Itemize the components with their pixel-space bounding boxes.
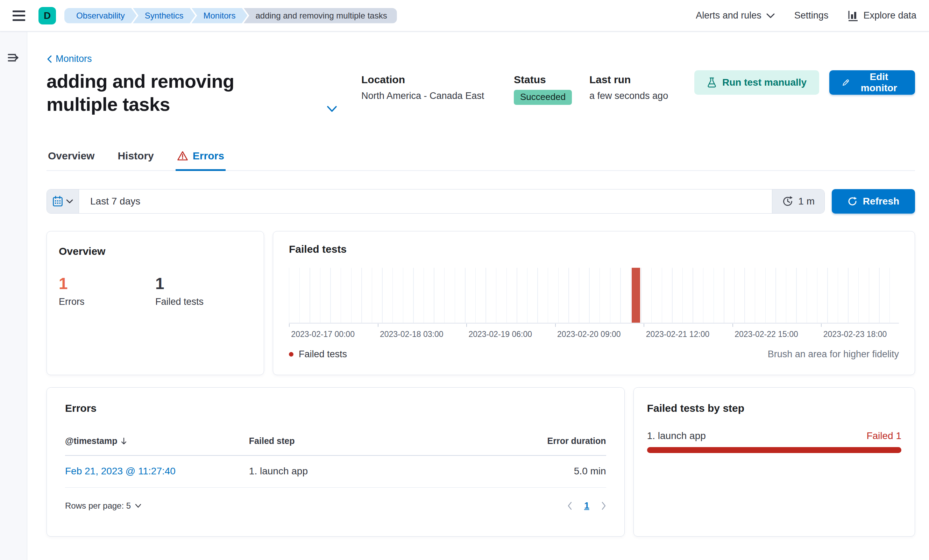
tab-overview[interactable]: Overview (46, 150, 96, 170)
refresh-icon (848, 196, 857, 206)
expand-sidebar-icon[interactable] (8, 53, 20, 63)
failed-tests-panel-title: Failed tests (289, 243, 899, 255)
x-axis-tick (289, 324, 290, 327)
chevron-left-icon (46, 55, 52, 63)
breadcrumb-monitors[interactable]: Monitors (191, 8, 247, 23)
monitor-tabs: Overview History Errors (46, 150, 915, 171)
deployment-logo[interactable]: D (38, 7, 56, 24)
table-pagination: Rows per page: 5 1 (65, 500, 606, 511)
column-header-failed-step[interactable]: Failed step (249, 436, 471, 446)
legend-dot-icon (289, 352, 293, 357)
tab-errors[interactable]: Errors (176, 150, 225, 170)
edit-monitor-button[interactable]: Edit monitor (829, 70, 915, 95)
time-toolbar: Last 7 days 1 m Refresh (46, 189, 915, 214)
error-duration: 5.0 min (471, 466, 606, 477)
back-to-monitors-link[interactable]: Monitors (46, 54, 92, 64)
status-label: Status (514, 74, 572, 86)
x-axis-tick-label: 2023-02-18 03:00 (380, 330, 443, 339)
last-run-value: a few seconds ago (589, 90, 668, 101)
settings-label: Settings (794, 10, 829, 21)
next-page-icon[interactable] (601, 502, 606, 510)
last-run-meta: Last run a few seconds ago (589, 74, 668, 101)
chevron-down-icon (135, 504, 141, 508)
x-axis: 2023-02-17 00:00 2023-02-18 03:00 2023-0… (289, 324, 899, 341)
bar-chart-icon (848, 10, 858, 21)
x-axis-tick-label: 2023-02-21 12:00 (646, 330, 710, 339)
breadcrumb-current-monitor: adding and removing multiple tasks (244, 8, 397, 23)
errors-stat-label: Errors (59, 297, 155, 307)
brush-hint-text: Brush an area for higher fidelity (768, 349, 899, 360)
legend-label: Failed tests (299, 349, 347, 360)
step-label: 1. launch app (647, 430, 706, 442)
failed-steps-panel-title: Failed tests by step (647, 402, 901, 414)
auto-refresh-interval[interactable]: 1 m (772, 190, 825, 213)
table-row: Feb 21, 2023 @ 11:27:40 1. launch app 5.… (65, 456, 606, 488)
x-axis-tick (466, 324, 467, 327)
explore-data-link[interactable]: Explore data (848, 10, 917, 21)
calendar-icon (52, 196, 63, 207)
x-axis-tick-label: 2023-02-22 15:00 (734, 330, 798, 339)
previous-page-icon[interactable] (567, 502, 572, 510)
failed-tests-chart[interactable] (289, 268, 899, 324)
breadcrumb-observability[interactable]: Observability (64, 8, 137, 23)
x-axis-tick-label: 2023-02-19 06:00 (468, 330, 532, 339)
warning-triangle-icon (177, 151, 188, 161)
explore-data-label: Explore data (863, 10, 917, 21)
chevron-down-icon (767, 13, 775, 18)
step-failed-count: Failed 1 (866, 430, 901, 442)
rows-per-page-selector[interactable]: Rows per page: 5 (65, 501, 141, 511)
breadcrumb-synthetics[interactable]: Synthetics (133, 8, 196, 23)
alerts-and-rules-label: Alerts and rules (696, 10, 762, 21)
date-picker-quick-menu[interactable] (47, 190, 79, 213)
column-header-error-duration[interactable]: Error duration (471, 436, 606, 446)
errors-stat: 1 Errors (59, 274, 155, 307)
x-axis-tick (644, 324, 644, 327)
location-meta: Location North America - Canada East (361, 74, 484, 101)
x-axis-tick-label: 2023-02-20 09:00 (557, 330, 621, 339)
tab-history[interactable]: History (116, 150, 155, 170)
failed-test-bar[interactable] (632, 268, 640, 323)
monitor-header: Monitors adding and removing multiple ta… (46, 54, 915, 150)
last-run-label: Last run (589, 74, 668, 86)
x-axis-tick (555, 324, 556, 327)
failed-tests-stat: 1 Failed tests (155, 274, 252, 307)
alerts-and-rules-menu[interactable]: Alerts and rules (696, 10, 775, 21)
date-range-picker: Last 7 days 1 m (46, 189, 825, 214)
menu-hamburger-icon[interactable] (12, 11, 25, 21)
x-axis-tick (733, 324, 733, 327)
monitor-select-chevron-icon[interactable] (327, 105, 337, 113)
settings-link[interactable]: Settings (794, 10, 829, 21)
page-number-1[interactable]: 1 (584, 500, 589, 511)
flask-icon (707, 77, 717, 88)
collapsed-sidebar (0, 32, 27, 560)
page-title: adding and removing multiple tasks (46, 70, 305, 116)
breadcrumb: Observability Synthetics Monitors adding… (64, 8, 397, 23)
overview-panel-title: Overview (59, 245, 252, 257)
refresh-clock-icon (782, 196, 793, 207)
errors-table-header: @timestamp Failed step Error duration (65, 436, 606, 456)
main-content: Monitors adding and removing multiple ta… (27, 32, 929, 560)
errors-table-panel: Errors @timestamp Failed step Error dura… (46, 387, 625, 537)
column-header-timestamp[interactable]: @timestamp (65, 436, 249, 446)
step-failure-bar (647, 447, 901, 453)
errors-table: @timestamp Failed step Error duration Fe… (65, 436, 606, 488)
x-axis-tick (821, 324, 822, 327)
sort-descending-icon (121, 437, 127, 445)
failed-tests-stat-value: 1 (155, 274, 252, 293)
chevron-down-icon (66, 199, 73, 204)
status-badge: Succeeded (514, 90, 572, 105)
legend-item-failed-tests[interactable]: Failed tests (289, 349, 347, 360)
refresh-button[interactable]: Refresh (832, 189, 915, 214)
location-value: North America - Canada East (361, 90, 484, 101)
location-label: Location (361, 74, 484, 86)
overview-panel: Overview 1 Errors 1 Failed tests (46, 231, 264, 375)
top-navigation-bar: D Observability Synthetics Monitors addi… (0, 0, 929, 31)
failed-tests-by-step-panel: Failed tests by step 1. launch app Faile… (633, 387, 915, 537)
failed-tests-stat-label: Failed tests (155, 297, 252, 307)
error-timestamp-link[interactable]: Feb 21, 2023 @ 11:27:40 (65, 466, 176, 477)
time-range-value[interactable]: Last 7 days (79, 190, 772, 213)
error-failed-step: 1. launch app (249, 466, 471, 477)
x-axis-tick (378, 324, 379, 327)
failed-tests-panel: Failed tests 2023-02-17 00:00 2023-02-18… (273, 231, 915, 375)
run-test-manually-button[interactable]: Run test manually (694, 70, 819, 95)
